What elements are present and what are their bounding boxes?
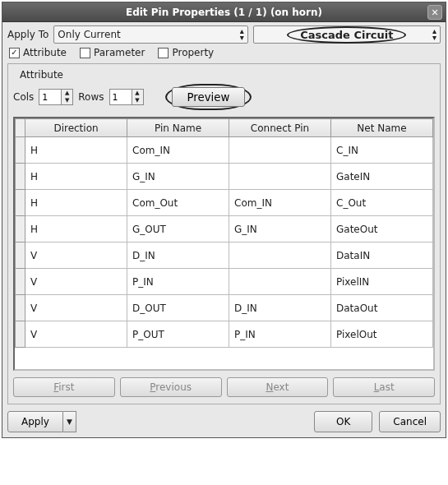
- row-header[interactable]: [16, 321, 25, 348]
- apply-to-combo[interactable]: Only Current ▴▾: [53, 25, 247, 44]
- attribute-frame: Attribute Cols ▲▼ Rows ▲▼ Preview: [7, 63, 441, 404]
- col-pinname[interactable]: Pin Name: [127, 119, 229, 137]
- frame-title: Attribute: [16, 69, 67, 81]
- property-checkbox[interactable]: [158, 48, 169, 58]
- cell-pinname[interactable]: D_IN: [127, 242, 229, 269]
- prev-rest: revious: [155, 381, 192, 393]
- attribute-checkbox[interactable]: ✓: [9, 48, 20, 58]
- cell-connectpin[interactable]: D_IN: [229, 295, 331, 321]
- table-row[interactable]: HG_INGateIN: [16, 164, 433, 190]
- next-button[interactable]: Next: [227, 377, 329, 397]
- row-header[interactable]: [16, 242, 25, 269]
- table-row[interactable]: VD_OUTD_INDataOut: [16, 295, 433, 321]
- cell-pinname[interactable]: D_OUT: [127, 295, 229, 321]
- preview-button[interactable]: Preview: [172, 87, 246, 107]
- parameter-checkbox[interactable]: [80, 48, 90, 58]
- spin-up-icon[interactable]: ▲: [132, 90, 143, 97]
- cell-connectpin[interactable]: [229, 242, 331, 269]
- parameter-check-label: Parameter: [94, 47, 145, 58]
- cell-connectpin[interactable]: [229, 269, 331, 295]
- apply-dropdown-icon[interactable]: ▼: [63, 411, 76, 432]
- titlebar: Edit Pin Properties (1 / 1) (on horn) ✕: [2, 2, 446, 22]
- last-button[interactable]: Last: [333, 377, 435, 397]
- first-button[interactable]: First: [13, 377, 115, 397]
- table-row[interactable]: VP_OUTP_INPixelOut: [16, 321, 433, 348]
- cell-direction[interactable]: V: [25, 321, 127, 348]
- previous-button[interactable]: Previous: [120, 377, 222, 397]
- first-rest: irst: [58, 381, 74, 393]
- cell-direction[interactable]: V: [25, 295, 127, 321]
- cell-netname[interactable]: GateIN: [331, 164, 433, 190]
- chevron-updown-icon: ▴▾: [240, 28, 244, 41]
- rows-input[interactable]: [110, 90, 132, 104]
- cell-netname[interactable]: DataOut: [331, 295, 433, 321]
- cell-pinname[interactable]: G_IN: [127, 164, 229, 190]
- corner-header: [16, 119, 25, 137]
- spin-down-icon[interactable]: ▼: [62, 97, 72, 104]
- cell-connectpin[interactable]: P_IN: [229, 321, 331, 348]
- row-header[interactable]: [16, 190, 25, 216]
- cell-direction[interactable]: V: [25, 242, 127, 269]
- cascade-combo[interactable]: Cascade Circuit ▴▾: [253, 25, 441, 44]
- row-header[interactable]: [16, 137, 25, 164]
- dialog-window: Edit Pin Properties (1 / 1) (on horn) ✕ …: [2, 2, 446, 438]
- cell-pinname[interactable]: P_IN: [127, 269, 229, 295]
- chevron-updown-icon: ▴▾: [432, 28, 436, 41]
- cell-direction[interactable]: H: [25, 137, 127, 164]
- apply-button[interactable]: Apply: [7, 411, 63, 432]
- col-netname[interactable]: Net Name: [331, 119, 433, 137]
- close-icon[interactable]: ✕: [427, 5, 442, 20]
- table-row[interactable]: HCom_OutCom_INC_Out: [16, 190, 433, 216]
- next-rest: ext: [273, 381, 289, 393]
- table-row[interactable]: HCom_INC_IN: [16, 137, 433, 164]
- row-header[interactable]: [16, 295, 25, 321]
- preview-annotation: Preview: [165, 84, 252, 110]
- cell-pinname[interactable]: Com_IN: [127, 137, 229, 164]
- cell-direction[interactable]: H: [25, 164, 127, 190]
- cell-direction[interactable]: V: [25, 269, 127, 295]
- col-connectpin[interactable]: Connect Pin: [229, 119, 331, 137]
- cancel-button[interactable]: Cancel: [379, 411, 441, 432]
- row-header[interactable]: [16, 216, 25, 242]
- property-check-label: Property: [172, 47, 214, 58]
- col-direction[interactable]: Direction: [25, 119, 127, 137]
- window-title: Edit Pin Properties (1 / 1) (on horn): [126, 7, 322, 18]
- cell-netname[interactable]: C_Out: [331, 190, 433, 216]
- cell-netname[interactable]: PixelOut: [331, 321, 433, 348]
- cell-connectpin[interactable]: [229, 137, 331, 164]
- cell-pinname[interactable]: Com_Out: [127, 190, 229, 216]
- cell-connectpin[interactable]: G_IN: [229, 216, 331, 242]
- last-rest: ast: [379, 381, 394, 393]
- attribute-check-label: Attribute: [23, 47, 67, 58]
- pin-table: Direction Pin Name Connect Pin Net Name …: [13, 117, 435, 371]
- table-row[interactable]: HG_OUTG_INGateOut: [16, 216, 433, 242]
- cascade-label: Cascade Circuit: [287, 26, 406, 44]
- row-header[interactable]: [16, 164, 25, 190]
- cell-netname[interactable]: C_IN: [331, 137, 433, 164]
- rows-label: Rows: [78, 91, 104, 103]
- cell-pinname[interactable]: G_OUT: [127, 216, 229, 242]
- rows-spinner[interactable]: ▲▼: [109, 89, 144, 105]
- cell-netname[interactable]: DataIN: [331, 242, 433, 269]
- cell-direction[interactable]: H: [25, 190, 127, 216]
- table-row[interactable]: VD_INDataIN: [16, 242, 433, 269]
- spin-down-icon[interactable]: ▼: [132, 97, 143, 104]
- cell-connectpin[interactable]: [229, 164, 331, 190]
- cell-direction[interactable]: H: [25, 216, 127, 242]
- cell-pinname[interactable]: P_OUT: [127, 321, 229, 348]
- cols-input[interactable]: [39, 90, 61, 104]
- apply-to-value: Only Current: [58, 29, 120, 40]
- cols-label: Cols: [13, 91, 34, 103]
- row-header[interactable]: [16, 269, 25, 295]
- ok-button[interactable]: OK: [314, 411, 372, 432]
- cell-netname[interactable]: GateOut: [331, 216, 433, 242]
- spin-up-icon[interactable]: ▲: [62, 90, 72, 97]
- apply-to-label: Apply To: [7, 29, 48, 40]
- cell-connectpin[interactable]: Com_IN: [229, 190, 331, 216]
- table-row[interactable]: VP_INPixelIN: [16, 269, 433, 295]
- cols-spinner[interactable]: ▲▼: [39, 89, 73, 105]
- cell-netname[interactable]: PixelIN: [331, 269, 433, 295]
